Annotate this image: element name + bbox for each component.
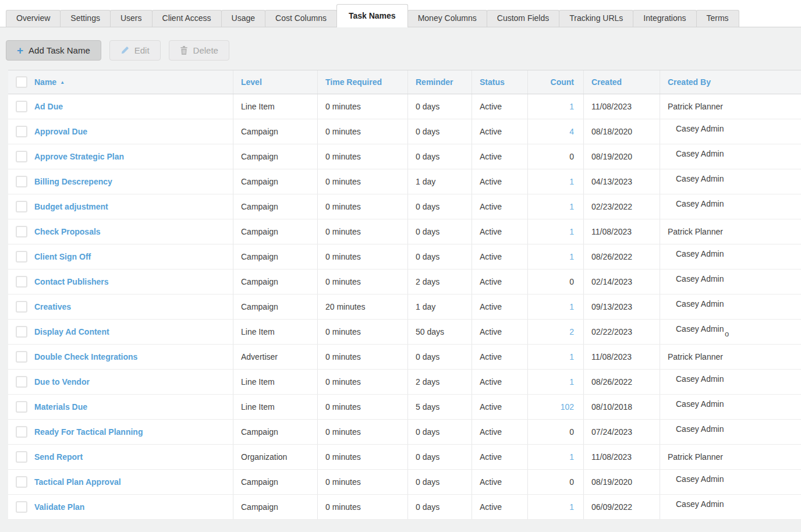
- column-header-status[interactable]: Status: [472, 70, 527, 94]
- row-checkbox[interactable]: [16, 176, 27, 187]
- row-checkbox[interactable]: [16, 326, 27, 338]
- tab-overview[interactable]: Overview: [6, 10, 61, 27]
- count-link[interactable]: 1: [569, 377, 574, 386]
- task-name-link[interactable]: Approve Strategic Plan: [34, 152, 124, 161]
- column-header-count[interactable]: Count: [527, 70, 583, 94]
- row-checkbox[interactable]: [16, 251, 27, 263]
- tab-tracking-urls[interactable]: Tracking URLs: [559, 10, 633, 27]
- count-link[interactable]: 1: [569, 102, 574, 111]
- status-cell: Active: [472, 194, 527, 219]
- settings-tab-bar: OverviewSettingsUsersClient AccessUsageC…: [0, 0, 801, 27]
- count-link[interactable]: 4: [569, 127, 574, 136]
- edit-button[interactable]: Edit: [109, 40, 161, 61]
- created-cell: 08/26/2022: [583, 370, 660, 394]
- count-link[interactable]: 102: [561, 402, 574, 412]
- column-header-created[interactable]: Created: [583, 70, 660, 94]
- status-cell: Active: [472, 119, 527, 144]
- count-link[interactable]: 1: [569, 352, 574, 361]
- task-name-link[interactable]: Double Check Integrations: [34, 352, 137, 361]
- count-link[interactable]: 1: [569, 202, 574, 211]
- time-required-cell: 0 minutes: [317, 470, 407, 494]
- status-cell: Active: [472, 295, 527, 319]
- row-checkbox[interactable]: [16, 101, 27, 112]
- task-name-link[interactable]: Check Proposals: [34, 227, 101, 236]
- task-name-link[interactable]: Display Ad Content: [34, 327, 109, 336]
- row-checkbox[interactable]: [16, 501, 27, 513]
- task-name-link[interactable]: Tactical Plan Approval: [34, 477, 121, 487]
- row-checkbox[interactable]: [16, 301, 27, 313]
- name-cell: Ad Due: [34, 94, 233, 119]
- status-cell: Active: [472, 169, 527, 194]
- created-by-cell: Casey Admin: [660, 420, 801, 444]
- created-cell: 04/13/2023: [583, 169, 660, 194]
- count-link[interactable]: 2: [569, 327, 574, 336]
- count-cell: 1: [527, 370, 583, 394]
- count-link[interactable]: 1: [569, 302, 574, 311]
- row-checkbox-cell: [8, 345, 34, 369]
- column-header-time-required[interactable]: Time Required: [317, 70, 407, 94]
- created-by-cell: Casey Admin: [660, 269, 801, 294]
- tab-cost-columns[interactable]: Cost Columns: [265, 10, 337, 27]
- row-checkbox[interactable]: [16, 276, 27, 288]
- task-name-link[interactable]: Ad Due: [34, 102, 63, 111]
- count-link[interactable]: 1: [569, 252, 574, 261]
- tab-users[interactable]: Users: [110, 10, 153, 27]
- created-by-text: Patrick Planner: [668, 452, 723, 462]
- count-link[interactable]: 1: [569, 177, 574, 186]
- created-by-text: Casey Admin: [676, 274, 724, 283]
- column-header-name[interactable]: Name▲: [34, 70, 233, 94]
- status-cell: Active: [472, 244, 527, 269]
- row-checkbox[interactable]: [16, 451, 27, 463]
- tab-client-access[interactable]: Client Access: [152, 10, 222, 27]
- row-checkbox[interactable]: [16, 201, 27, 212]
- task-name-link[interactable]: Send Report: [34, 452, 83, 462]
- task-name-link[interactable]: Billing Descrepency: [34, 177, 112, 186]
- task-name-link[interactable]: Ready For Tactical Planning: [34, 427, 143, 437]
- task-name-link[interactable]: Approval Due: [34, 127, 87, 136]
- count-cell: 1: [527, 445, 583, 469]
- count-link[interactable]: 1: [569, 452, 574, 462]
- time-required-cell: 0 minutes: [317, 169, 407, 194]
- task-name-link[interactable]: Contact Publishers: [34, 277, 109, 286]
- add-task-name-button[interactable]: + Add Task Name: [6, 40, 101, 61]
- tab-terms[interactable]: Terms: [696, 10, 739, 27]
- name-cell: Validate Plan: [34, 495, 233, 519]
- row-checkbox[interactable]: [16, 351, 27, 363]
- column-header-label: Time Required: [325, 77, 382, 87]
- tab-usage[interactable]: Usage: [221, 10, 265, 27]
- task-name-link[interactable]: Materials Due: [34, 402, 87, 412]
- row-checkbox[interactable]: [16, 126, 27, 137]
- name-cell: Contact Publishers: [34, 269, 233, 294]
- count-link[interactable]: 1: [569, 227, 574, 236]
- task-name-link[interactable]: Budget adjustment: [34, 202, 108, 211]
- row-checkbox-cell: [8, 470, 34, 494]
- row-checkbox[interactable]: [16, 401, 27, 413]
- delete-button[interactable]: Delete: [169, 40, 229, 61]
- task-name-link[interactable]: Due to Vendor: [34, 377, 90, 386]
- task-name-link[interactable]: Client Sign Off: [34, 252, 91, 261]
- status-cell: Active: [472, 395, 527, 419]
- tab-money-columns[interactable]: Money Columns: [407, 10, 487, 27]
- column-header-created-by[interactable]: Created By: [660, 70, 801, 94]
- reminder-cell: 50 days: [407, 320, 472, 344]
- tab-settings[interactable]: Settings: [60, 10, 111, 27]
- row-checkbox-cell: [8, 94, 34, 119]
- row-checkbox[interactable]: [16, 151, 27, 162]
- row-checkbox[interactable]: [16, 376, 27, 388]
- table-body: Ad Due Line Item 0 minutes 0 days Active…: [8, 94, 801, 520]
- column-header-reminder[interactable]: Reminder: [407, 70, 472, 94]
- table-row: Approval Due Campaign 0 minutes 0 days A…: [8, 119, 801, 144]
- count-link[interactable]: 1: [569, 502, 574, 512]
- select-all-checkbox[interactable]: [16, 76, 27, 88]
- task-name-link[interactable]: Creatives: [34, 302, 71, 311]
- tab-integrations[interactable]: Integrations: [633, 10, 696, 27]
- row-checkbox[interactable]: [16, 476, 27, 488]
- tab-task-names[interactable]: Task Names: [336, 4, 408, 27]
- row-checkbox[interactable]: [16, 226, 27, 237]
- task-name-link[interactable]: Validate Plan: [34, 502, 84, 512]
- row-checkbox[interactable]: [16, 426, 27, 438]
- created-by-cell: Casey Admin: [660, 295, 801, 319]
- column-header-level[interactable]: Level: [233, 70, 317, 94]
- tab-custom-fields[interactable]: Custom Fields: [487, 10, 559, 27]
- delete-label: Delete: [193, 45, 218, 55]
